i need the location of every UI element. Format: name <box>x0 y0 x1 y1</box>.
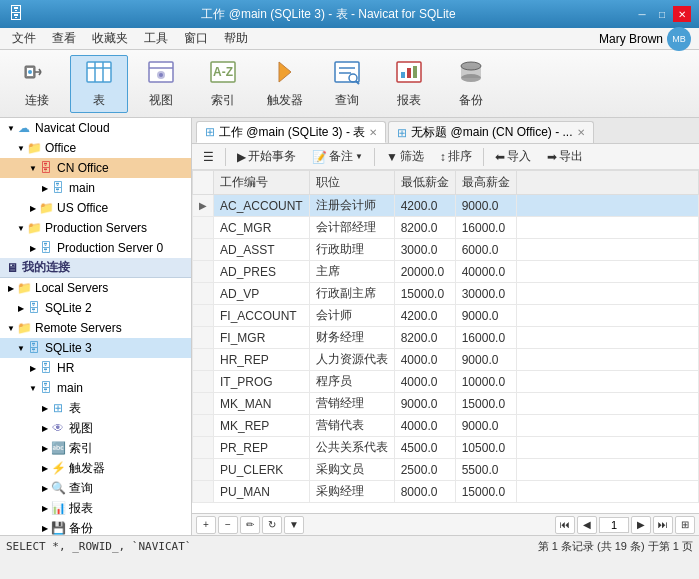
sidebar-item-cn-main[interactable]: ▶ 🗄 main <box>0 178 191 198</box>
table-row[interactable]: PU_MAN 采购经理 8000.0 15000.0 <box>193 481 699 503</box>
sidebar-item-us-office[interactable]: ▶ 📁 US Office <box>0 198 191 218</box>
menu-window[interactable]: 窗口 <box>176 28 216 49</box>
table-row[interactable]: PR_REP 公共关系代表 4500.0 10500.0 <box>193 437 699 459</box>
menu-button[interactable]: ☰ <box>196 147 221 167</box>
tab-work[interactable]: ⊞ 工作 @main (SQLite 3) - 表 ✕ <box>196 121 386 143</box>
edit-button[interactable]: ✏ <box>240 516 260 534</box>
report-label: 报表 <box>397 92 421 109</box>
expand-arrow: ▼ <box>6 324 16 333</box>
col-min-salary[interactable]: 最低薪金 <box>394 171 455 195</box>
filter-button[interactable]: ▼ <box>284 516 304 534</box>
toolbar-view[interactable]: 视图 <box>132 55 190 113</box>
sidebar-item-production-servers[interactable]: ▼ 📁 Production Servers <box>0 218 191 238</box>
grid-view-button[interactable]: ⊞ <box>675 516 695 534</box>
cell-max-salary: 9000.0 <box>455 349 516 371</box>
table-row[interactable]: AD_ASST 行政助理 3000.0 6000.0 <box>193 239 699 261</box>
table-row[interactable]: AD_PRES 主席 20000.0 40000.0 <box>193 261 699 283</box>
table-row[interactable]: AC_MGR 会计部经理 8200.0 16000.0 <box>193 217 699 239</box>
toolbar-connect[interactable]: 连接 <box>8 55 66 113</box>
tab-untitled-close[interactable]: ✕ <box>577 127 585 138</box>
import-button[interactable]: ⬅ 导入 <box>488 147 538 167</box>
sidebar-item-local-servers[interactable]: ▶ 📁 Local Servers <box>0 278 191 298</box>
cloud-label: Navicat Cloud <box>35 121 110 135</box>
cell-extra <box>516 459 698 481</box>
sidebar-item-report[interactable]: ▶ 📊 报表 <box>0 498 191 518</box>
delete-row-button[interactable]: − <box>218 516 238 534</box>
cell-extra <box>516 393 698 415</box>
maximize-button[interactable]: □ <box>653 6 671 22</box>
col-job-id[interactable]: 工作编号 <box>214 171 310 195</box>
cell-max-salary: 9000.0 <box>455 415 516 437</box>
sidebar-item-trigger[interactable]: ▶ ⚡ 触发器 <box>0 458 191 478</box>
sidebar-item-sqlite2[interactable]: ▶ 🗄 SQLite 2 <box>0 298 191 318</box>
sidebar-item-navicat-cloud[interactable]: ▼ ☁ Navicat Cloud <box>0 118 191 138</box>
sub-toolbar: ☰ ▶ 开始事务 📝 备注 ▼ ▼ 筛选 ↕ 排序 ⬅ <box>192 144 699 170</box>
sort-label: 排序 <box>448 148 472 165</box>
row-marker <box>193 437 214 459</box>
sidebar-item-cn-office[interactable]: ▼ 🗄 CN Office <box>0 158 191 178</box>
filter-button[interactable]: ▼ 筛选 <box>379 147 431 167</box>
toolbar-query[interactable]: 查询 <box>318 55 376 113</box>
export-button[interactable]: ➡ 导出 <box>540 147 590 167</box>
begin-transaction-button[interactable]: ▶ 开始事务 <box>230 147 303 167</box>
table-row[interactable]: FI_MGR 财务经理 8200.0 16000.0 <box>193 327 699 349</box>
add-row-button[interactable]: + <box>196 516 216 534</box>
col-position[interactable]: 职位 <box>309 171 394 195</box>
table-row[interactable]: HR_REP 人力资源代表 4000.0 9000.0 <box>193 349 699 371</box>
index-label: 索引 <box>211 92 235 109</box>
tab-untitled[interactable]: ⊞ 无标题 @main (CN Office) - ... ✕ <box>388 121 593 143</box>
next-page-button[interactable]: ▶ <box>631 516 651 534</box>
sidebar-item-backup[interactable]: ▶ 💾 备份 <box>0 518 191 535</box>
sidebar-item-view[interactable]: ▶ 👁 视图 <box>0 418 191 438</box>
toolbar-report[interactable]: 报表 <box>380 55 438 113</box>
toolbar-index[interactable]: A-Z 索引 <box>194 55 252 113</box>
menu-file[interactable]: 文件 <box>4 28 44 49</box>
cell-job-id: AD_VP <box>214 283 310 305</box>
table-row[interactable]: MK_REP 营销代表 4000.0 9000.0 <box>193 415 699 437</box>
table-row[interactable]: PU_CLERK 采购文员 2500.0 5500.0 <box>193 459 699 481</box>
tab-untitled-label: 无标题 @main (CN Office) - ... <box>411 124 572 141</box>
refresh-button[interactable]: ↻ <box>262 516 282 534</box>
toolbar-backup[interactable]: 备份 <box>442 55 500 113</box>
sidebar-item-index[interactable]: ▶ 🔤 索引 <box>0 438 191 458</box>
toolbar-trigger[interactable]: 触发器 <box>256 55 314 113</box>
menu-tools[interactable]: 工具 <box>136 28 176 49</box>
cell-min-salary: 8200.0 <box>394 217 455 239</box>
sidebar-item-sqlite3[interactable]: ▼ 🗄 SQLite 3 <box>0 338 191 358</box>
sidebar-item-office[interactable]: ▼ 📁 Office <box>0 138 191 158</box>
sidebar-item-query[interactable]: ▶ 🔍 查询 <box>0 478 191 498</box>
sidebar-item-table[interactable]: ▶ ⊞ 表 <box>0 398 191 418</box>
table-row[interactable]: ▶ AC_ACCOUNT 注册会计师 4200.0 9000.0 <box>193 195 699 217</box>
prev-page-button[interactable]: ◀ <box>577 516 597 534</box>
menu-help[interactable]: 帮助 <box>216 28 256 49</box>
svg-rect-6 <box>87 62 111 82</box>
cell-max-salary: 10000.0 <box>455 371 516 393</box>
sidebar-item-main[interactable]: ▼ 🗄 main <box>0 378 191 398</box>
table-row[interactable]: AD_VP 行政副主席 15000.0 30000.0 <box>193 283 699 305</box>
sidebar-item-remote-servers[interactable]: ▼ 📁 Remote Servers <box>0 318 191 338</box>
connect-icon <box>23 58 51 90</box>
table-row[interactable]: IT_PROG 程序员 4000.0 10000.0 <box>193 371 699 393</box>
cell-position: 采购经理 <box>309 481 394 503</box>
col-extra <box>516 171 698 195</box>
sidebar-item-production-server[interactable]: ▶ 🗄 Production Server 0 <box>0 238 191 258</box>
sidebar-item-hr[interactable]: ▶ 🗄 HR <box>0 358 191 378</box>
toolbar-table[interactable]: 表 <box>70 55 128 113</box>
table-row[interactable]: MK_MAN 营销经理 9000.0 15000.0 <box>193 393 699 415</box>
note-button[interactable]: 📝 备注 ▼ <box>305 147 370 167</box>
folder-icon: 📁 <box>38 200 54 216</box>
menu-view[interactable]: 查看 <box>44 28 84 49</box>
last-page-button[interactable]: ⏭ <box>653 516 673 534</box>
query-label: 查询 <box>69 480 93 497</box>
sort-button[interactable]: ↕ 排序 <box>433 147 479 167</box>
minimize-button[interactable]: ─ <box>633 6 651 22</box>
close-button[interactable]: ✕ <box>673 6 691 22</box>
folder-icon: 📁 <box>16 320 32 336</box>
col-max-salary[interactable]: 最高薪金 <box>455 171 516 195</box>
tab-work-close[interactable]: ✕ <box>369 127 377 138</box>
table-header-row: 工作编号 职位 最低薪金 最高薪金 <box>193 171 699 195</box>
menu-favorites[interactable]: 收藏夹 <box>84 28 136 49</box>
page-number-input[interactable] <box>599 517 629 533</box>
table-row[interactable]: FI_ACCOUNT 会计师 4200.0 9000.0 <box>193 305 699 327</box>
first-page-button[interactable]: ⏮ <box>555 516 575 534</box>
